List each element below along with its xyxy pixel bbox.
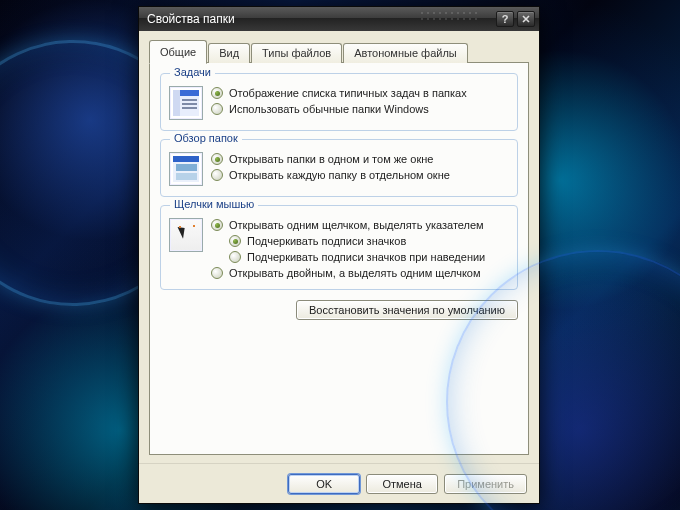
radio-icon [211,87,223,99]
group-legend: Обзор папок [170,132,242,144]
ok-button[interactable]: OK [288,474,360,494]
tab-file-types[interactable]: Типы файлов [251,43,342,63]
radio-underline-always[interactable]: Подчеркивать подписи значков [229,235,509,247]
radio-label: Открывать двойным, а выделять одним щелч… [229,267,481,279]
radio-label: Подчеркивать подписи значков при наведен… [247,251,485,263]
tab-label: Вид [219,47,239,59]
client-area: Общие Вид Типы файлов Автономные файлы З… [139,31,539,463]
title-bar[interactable]: Свойства папки ? [139,7,539,31]
mouse-click-icon [169,218,203,252]
dialog-button-bar: OK Отмена Применить [139,463,539,503]
radio-icon [211,219,223,231]
close-button[interactable] [517,11,535,27]
radio-icon [211,267,223,279]
radio-double-click[interactable]: Открывать двойным, а выделять одним щелч… [211,267,509,279]
tab-strip: Общие Вид Типы файлов Автономные файлы [149,39,529,63]
radio-icon [211,103,223,115]
tasks-panel-icon [169,86,203,120]
tab-label: Типы файлов [262,47,331,59]
browse-folders-icon [169,152,203,186]
radio-label: Подчеркивать подписи значков [247,235,406,247]
radio-classic-folders[interactable]: Использовать обычные папки Windows [211,103,509,115]
group-legend: Задачи [170,66,215,78]
group-click: Щелчки мышью Открывать одним щелчком, вы… [160,205,518,290]
radio-new-window[interactable]: Открывать каждую папку в отдельном окне [211,169,509,181]
group-browse: Обзор папок Открывать папки в одном и то… [160,139,518,197]
tab-general[interactable]: Общие [149,40,207,64]
radio-label: Отображение списка типичных задач в папк… [229,87,467,99]
help-button[interactable]: ? [496,11,514,27]
titlebar-gripper [419,10,479,22]
tab-offline-files[interactable]: Автономные файлы [343,43,468,63]
window-title: Свойства папки [147,12,235,26]
radio-label: Использовать обычные папки Windows [229,103,429,115]
radio-label: Открывать каждую папку в отдельном окне [229,169,450,181]
radio-icon [211,169,223,181]
radio-same-window[interactable]: Открывать папки в одном и том же окне [211,153,509,165]
group-tasks: Задачи Отображение списка типичных задач… [160,73,518,131]
tab-label: Общие [160,46,196,58]
radio-single-click[interactable]: Открывать одним щелчком, выделять указат… [211,219,509,231]
radio-label: Открывать папки в одном и том же окне [229,153,433,165]
tab-panel-general: Задачи Отображение списка типичных задач… [149,62,529,455]
folder-options-window: Свойства папки ? Общие Вид Типы файлов А… [138,6,540,504]
apply-button[interactable]: Применить [444,474,527,494]
tab-view[interactable]: Вид [208,43,250,63]
cancel-button[interactable]: Отмена [366,474,438,494]
radio-icon [211,153,223,165]
close-icon [522,15,530,23]
radio-label: Открывать одним щелчком, выделять указат… [229,219,484,231]
radio-show-common-tasks[interactable]: Отображение списка типичных задач в папк… [211,87,509,99]
radio-underline-hover[interactable]: Подчеркивать подписи значков при наведен… [229,251,509,263]
restore-defaults-button[interactable]: Восстановить значения по умолчанию [296,300,518,320]
radio-icon [229,251,241,263]
radio-icon [229,235,241,247]
group-legend: Щелчки мышью [170,198,258,210]
tab-label: Автономные файлы [354,47,457,59]
